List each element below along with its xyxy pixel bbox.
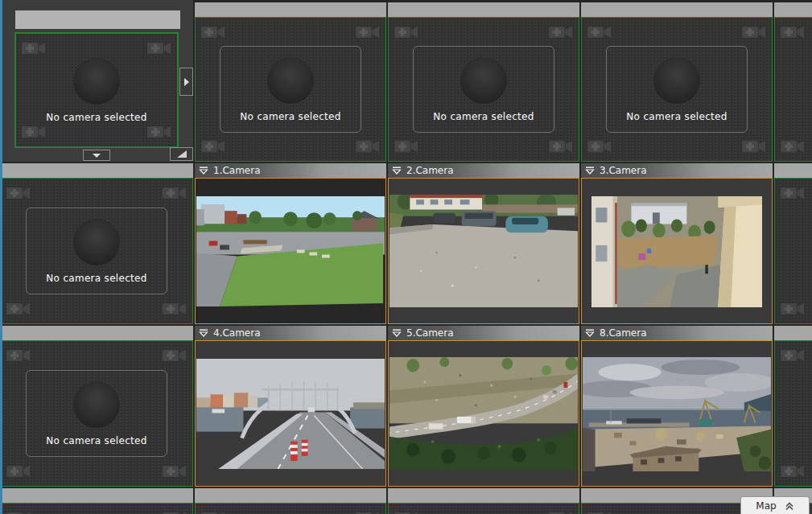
camera-tile-8[interactable]: 8.Camera [581, 326, 773, 487]
arrow-down-icon [92, 153, 101, 158]
camera-video[interactable] [196, 196, 385, 306]
camera-video-tile[interactable] [388, 178, 579, 324]
add-camera-icon[interactable] [6, 509, 31, 514]
camera-header[interactable]: 1.Camera [195, 163, 386, 178]
cell-header[interactable] [195, 2, 386, 17]
add-camera-icon[interactable] [356, 509, 380, 514]
empty-camera-tile[interactable] [774, 178, 812, 324]
video-camera-icon [665, 72, 690, 90]
camera-video-tile[interactable] [581, 340, 773, 487]
camera-layout-grid: No camera selected No camera selecte [0, 0, 812, 514]
empty-camera-tile[interactable]: No camera selected [195, 17, 386, 162]
add-camera-icon[interactable] [781, 463, 805, 480]
video-scene-town-square [196, 196, 385, 306]
empty-camera-tile[interactable] [0, 503, 193, 514]
cell-header[interactable] [581, 2, 773, 17]
camera-name: 5.Camera [406, 327, 454, 339]
funnel-down-icon[interactable] [585, 329, 595, 337]
cell-header[interactable] [0, 163, 193, 178]
empty-camera-tile[interactable]: No camera selected [388, 17, 579, 162]
camera-video[interactable] [583, 357, 771, 471]
funnel-down-icon[interactable] [392, 167, 402, 175]
camera-tile-2[interactable]: 2.Camera [388, 163, 579, 324]
grid-cell-empty[interactable] [774, 326, 812, 487]
camera-header[interactable]: 5.Camera [388, 326, 579, 340]
resize-handle[interactable] [170, 147, 193, 161]
add-camera-icon[interactable] [781, 347, 805, 364]
grid-cell-empty[interactable]: No camera selected [581, 0, 773, 162]
camera-tile-3[interactable]: 3.Camera [581, 163, 773, 324]
expand-right-button[interactable] [179, 68, 193, 96]
camera-placeholder-circle [73, 381, 120, 428]
add-camera-icon[interactable] [781, 300, 805, 318]
cell-header[interactable] [388, 2, 579, 17]
camera-video-tile[interactable] [388, 340, 579, 487]
layout-cell-selected[interactable]: No camera selected [0, 0, 193, 162]
video-camera-icon [84, 233, 109, 252]
grid-cell-empty[interactable] [195, 488, 386, 514]
empty-camera-tile[interactable]: No camera selected [14, 32, 179, 148]
funnel-down-icon[interactable] [199, 329, 208, 337]
grid-cell-empty[interactable]: No camera selected [388, 0, 579, 162]
add-camera-icon[interactable] [587, 509, 612, 514]
empty-camera-tile[interactable]: No camera selected [0, 340, 193, 487]
chevron-double-up-icon [785, 501, 794, 511]
empty-camera-tile[interactable] [195, 503, 386, 514]
add-camera-icon[interactable] [549, 509, 573, 514]
empty-camera-tile[interactable] [774, 340, 812, 487]
empty-camera-tile[interactable] [774, 17, 812, 162]
no-camera-label: No camera selected [626, 111, 727, 122]
cell-header[interactable] [388, 488, 579, 503]
empty-camera-tile[interactable]: No camera selected [0, 178, 193, 324]
empty-camera-tile[interactable] [388, 503, 579, 514]
cell-header[interactable] [774, 2, 812, 17]
camera-placeholder-circle [267, 57, 314, 104]
add-camera-icon[interactable] [781, 23, 805, 41]
cell-header[interactable] [0, 488, 193, 503]
no-camera-label: No camera selected [46, 435, 146, 446]
camera-tile-5[interactable]: 5.Camera [388, 326, 579, 487]
camera-video[interactable] [390, 357, 578, 470]
selected-cell-drag-bar[interactable] [15, 10, 180, 29]
cell-header[interactable] [774, 326, 812, 340]
camera-video[interactable] [390, 195, 578, 307]
camera-video-tile[interactable] [581, 178, 773, 324]
camera-tile-1[interactable]: 1.Camera [195, 163, 386, 324]
funnel-down-icon[interactable] [199, 167, 208, 175]
camera-header[interactable]: 4.Camera [195, 326, 386, 340]
grid-cell-empty[interactable]: No camera selected [0, 163, 193, 324]
map-panel-button[interactable]: Map [740, 496, 810, 514]
camera-header[interactable]: 3.Camera [581, 163, 773, 178]
grid-cell-empty[interactable] [774, 0, 812, 162]
video-camera-icon [472, 72, 497, 90]
camera-placeholder-circle [73, 219, 120, 265]
cell-header[interactable] [0, 326, 193, 340]
grid-cell-empty[interactable]: No camera selected [195, 0, 386, 162]
cell-header[interactable] [195, 488, 386, 503]
cell-header[interactable] [774, 163, 812, 178]
camera-video[interactable] [196, 359, 385, 469]
camera-placeholder-circle [73, 58, 120, 105]
video-camera-icon [278, 72, 303, 90]
grid-cell-empty[interactable] [0, 488, 193, 514]
grid-cell-empty[interactable]: No camera selected [0, 326, 193, 487]
grid-cell-empty[interactable] [774, 163, 812, 324]
expand-down-button[interactable] [83, 150, 110, 161]
camera-header[interactable]: 2.Camera [388, 163, 579, 178]
camera-video-tile[interactable] [195, 340, 386, 487]
selected-panel-edge [0, 0, 2, 514]
camera-video[interactable] [591, 196, 762, 307]
camera-header[interactable]: 8.Camera [581, 326, 773, 340]
add-camera-icon[interactable] [781, 184, 805, 202]
grid-cell-empty[interactable] [388, 488, 579, 514]
empty-camera-tile[interactable]: No camera selected [581, 17, 773, 162]
add-camera-icon[interactable] [781, 138, 805, 155]
camera-video-tile[interactable] [195, 178, 386, 324]
camera-tile-4[interactable]: 4.Camera [195, 326, 386, 487]
funnel-down-icon[interactable] [585, 167, 595, 175]
camera-name: 3.Camera [600, 165, 647, 176]
add-camera-icon[interactable] [163, 509, 187, 514]
funnel-down-icon[interactable] [392, 329, 402, 337]
add-camera-icon[interactable] [201, 509, 225, 514]
add-camera-icon[interactable] [394, 509, 418, 514]
